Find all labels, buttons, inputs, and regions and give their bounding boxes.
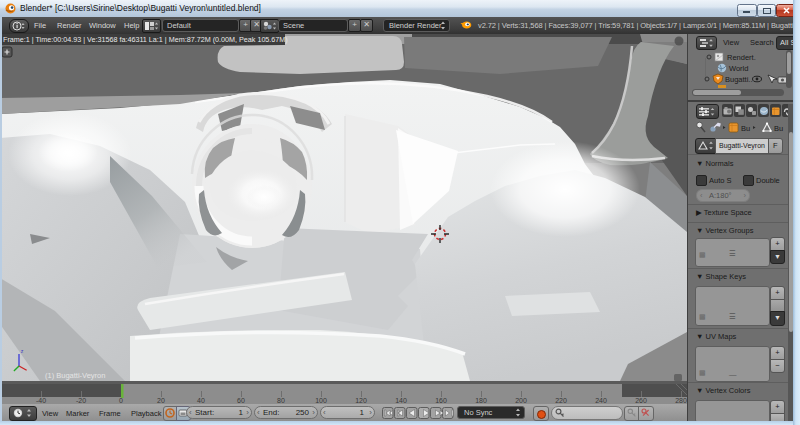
svg-text:Frame:1 | Time:00:04.93 | Ve:3: Frame:1 | Time:00:04.93 | Ve:31568 fa:46… <box>3 35 288 44</box>
svg-text:-20: -20 <box>76 397 86 404</box>
svg-text:220: 220 <box>555 397 567 404</box>
svg-text:200: 200 <box>515 397 527 404</box>
svg-text:0: 0 <box>119 397 123 404</box>
svg-text:60: 60 <box>237 397 245 404</box>
svg-text:240: 240 <box>595 397 607 404</box>
svg-text:-40: -40 <box>36 397 46 404</box>
svg-text:280: 280 <box>675 397 687 404</box>
svg-text:160: 160 <box>435 397 447 404</box>
svg-text:Bu: Bu <box>741 124 750 133</box>
svg-text:80: 80 <box>277 397 285 404</box>
svg-text:40: 40 <box>197 397 205 404</box>
svg-text:120: 120 <box>355 397 367 404</box>
svg-text:(1) Bugatti-Veyron: (1) Bugatti-Veyron <box>45 371 105 380</box>
svg-text:Rendert.: Rendert. <box>727 53 756 62</box>
svg-text:20: 20 <box>157 397 165 404</box>
svg-text:180: 180 <box>475 397 487 404</box>
svg-text:260: 260 <box>635 397 647 404</box>
svg-text:Bu: Bu <box>774 124 783 133</box>
svg-text:World: World <box>729 64 748 73</box>
svg-text:100: 100 <box>315 397 327 404</box>
svg-text:Bugatti..: Bugatti.. <box>725 75 753 84</box>
svg-text:140: 140 <box>395 397 407 404</box>
